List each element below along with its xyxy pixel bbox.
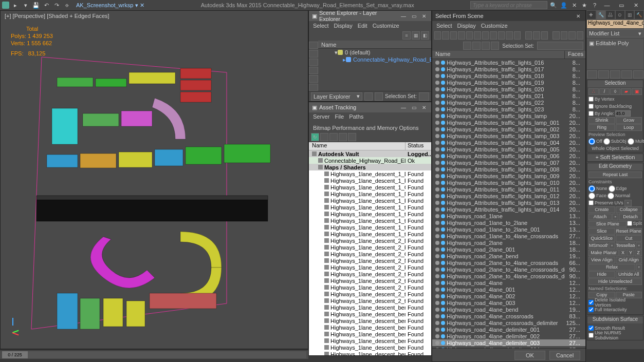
- asset-row[interactable]: Highways_1lane_descent_2_Glossines.pngFo…: [309, 251, 431, 257]
- col-name[interactable]: Name: [432, 51, 565, 59]
- scene-object-row[interactable]: Highways_Attributes_traffic_lights_lamp_…: [432, 119, 585, 126]
- sfs-icon[interactable]: [482, 42, 490, 50]
- scene-object-row[interactable]: Highways_Attributes_traffic_lights_lamp2…: [432, 112, 585, 119]
- scene-object-list[interactable]: Name Faces Highways_Attributes_traffic_l…: [432, 51, 585, 348]
- slice-plane-button[interactable]: Slice Plane: [588, 221, 627, 227]
- pin-stack-icon[interactable]: [587, 70, 597, 79]
- tab-display[interactable]: ▥: [625, 10, 635, 20]
- remove-modifier-icon[interactable]: [621, 70, 632, 79]
- slice-button[interactable]: Slice: [588, 228, 615, 235]
- rollout-soft-selection[interactable]: + Soft Selection: [587, 154, 643, 161]
- show-end-result-icon[interactable]: [598, 70, 609, 79]
- asset-row[interactable]: Highways_1lane_descent_bend_1_Reflection…: [309, 331, 431, 337]
- make-planar-button[interactable]: Make Planar: [588, 250, 619, 256]
- scene-object-row[interactable]: Highways_Attributes_traffic_lights_0198.…: [432, 79, 585, 86]
- asset-row[interactable]: Highways_1lane_descent_1_Reflection.pngF…: [309, 197, 431, 204]
- scene-object-row[interactable]: Highways_Attributes_traffic_lights_lamp_…: [432, 193, 585, 199]
- help-search-input[interactable]: [470, 1, 547, 9]
- grow-button[interactable]: Grow: [616, 117, 642, 124]
- panel-minimize-button[interactable]: —: [399, 104, 408, 111]
- layer-tree[interactable]: ▾ 0 (default) ▸ Connectable_Highway_Road…: [318, 49, 431, 91]
- scene-object-row[interactable]: Highways_Attributes_traffic_lights_0178.…: [432, 66, 585, 72]
- scene-object-row[interactable]: Highways_road_4lane_bend19...: [432, 306, 585, 313]
- workspace-dropdown[interactable]: AK_Screenshot_wrksp: [76, 2, 133, 8]
- rollout-edit-geometry[interactable]: Edit Geometry: [587, 163, 643, 170]
- sfs-icon[interactable]: [568, 31, 575, 40]
- help-icon[interactable]: ?: [591, 1, 599, 9]
- rollout-selection[interactable]: Selection: [587, 80, 643, 87]
- loop-button[interactable]: Loop: [616, 124, 642, 131]
- scene-object-row[interactable]: Highways_road_1lane_to_2lane13...: [432, 219, 585, 226]
- asset-row[interactable]: Autodesk VaultLogged...: [309, 150, 431, 157]
- sfs-icon[interactable]: [506, 31, 512, 40]
- at-refresh-icon[interactable]: ↻: [311, 133, 319, 141]
- configure-sets-icon[interactable]: [633, 70, 643, 79]
- by-vertex-checkbox[interactable]: [588, 97, 594, 102]
- attach-button[interactable]: Attach: [588, 214, 612, 220]
- rollout-subdivision[interactable]: Subdivision Surface: [587, 316, 643, 323]
- menu-file[interactable]: File: [335, 113, 344, 120]
- filter-geometry-icon[interactable]: [309, 42, 318, 49]
- menu-select[interactable]: Select: [313, 23, 329, 29]
- preserve-uvs-settings[interactable]: ▫: [624, 200, 632, 206]
- sfs-icon[interactable]: [482, 31, 489, 40]
- scene-object-row[interactable]: Highways_road_4lane_00212...: [432, 293, 585, 299]
- panel-maximize-button[interactable]: ▭: [410, 104, 418, 111]
- asset-row[interactable]: Highways_1lane_descent_2_tall_Normal.png…: [309, 291, 431, 297]
- ignore-backfacing-checkbox[interactable]: [588, 104, 594, 109]
- attach-list-button[interactable]: ▫: [612, 214, 618, 220]
- asset-row[interactable]: Highways_1lane_descent_bend_1_Diffuse.pn…: [309, 304, 431, 311]
- sfs-icon[interactable]: [553, 31, 559, 40]
- filter-spacewarps-icon[interactable]: [309, 84, 318, 91]
- menu-edit[interactable]: Edit: [358, 23, 367, 29]
- selection-set-dropdown[interactable]: [537, 42, 583, 50]
- menu-customize[interactable]: Customize: [373, 23, 399, 29]
- explorer-btn2-icon[interactable]: [375, 92, 383, 101]
- scene-object-row[interactable]: Highways_road_4lane_crossroads_delimiter…: [432, 319, 585, 326]
- toolbar-filter-icon[interactable]: ≡: [402, 31, 411, 40]
- view-align-button[interactable]: View Align: [588, 257, 615, 263]
- asset-row[interactable]: Highways_1lane_descent_bend_2_Diffuse.pn…: [309, 337, 431, 344]
- sfs-icon[interactable]: [463, 42, 471, 50]
- hide-selected-button[interactable]: Hide Selected: [588, 271, 615, 278]
- scene-object-row[interactable]: Highways_road_1lane_to_4lane_crossroads2…: [432, 233, 585, 239]
- modifier-stack[interactable]: ▣Editable Poly: [587, 39, 643, 69]
- tessellate-settings[interactable]: ▫: [636, 242, 642, 249]
- msmooth-settings[interactable]: ▫: [609, 242, 615, 249]
- panel-close-button[interactable]: ✕: [574, 12, 582, 20]
- subobj-edge-icon[interactable]: /: [599, 88, 610, 95]
- tab-utilities[interactable]: 🔨: [634, 10, 644, 20]
- sfs-icon[interactable]: [442, 31, 449, 40]
- asset-row[interactable]: Highways_1lane_descent_1_tall_Reflection…: [309, 231, 431, 237]
- filter-helpers-icon[interactable]: [309, 75, 318, 82]
- scene-object-row[interactable]: Highways_road_4lane_crossroads83...: [432, 313, 585, 319]
- menu-customize[interactable]: Customize: [481, 23, 508, 29]
- scene-object-row[interactable]: Highways_road_4lane_delimiter_00227...: [432, 333, 585, 339]
- sfs-icon[interactable]: [577, 31, 583, 40]
- sfs-icon[interactable]: [458, 31, 465, 40]
- ok-button[interactable]: OK: [514, 351, 545, 360]
- save-icon[interactable]: 💾: [32, 1, 40, 9]
- relax-button[interactable]: Relax: [588, 264, 635, 271]
- scene-object-row[interactable]: Highways_Attributes_traffic_lights_lamp_…: [432, 153, 585, 159]
- detach-button[interactable]: Detach: [619, 214, 642, 220]
- sfs-icon[interactable]: [434, 31, 441, 40]
- scene-object-row[interactable]: Highways_road_4lane_delimiter_00127...: [432, 326, 585, 333]
- scene-object-row[interactable]: Highways_road_4lane_delimiter_00327...: [432, 339, 585, 346]
- menu-display[interactable]: Display: [457, 23, 476, 29]
- sfs-icon[interactable]: [541, 31, 548, 40]
- scene-object-row[interactable]: Highways_Attributes_traffic_lights_lamp_…: [432, 199, 585, 206]
- tree-layer-root[interactable]: ▾ 0 (default): [318, 49, 431, 56]
- scene-object-row[interactable]: Highways_Attributes_traffic_lights_lamp_…: [432, 186, 585, 193]
- tab-create[interactable]: ✚: [586, 10, 596, 20]
- minimize-button[interactable]: —: [601, 1, 613, 9]
- sfs-icon[interactable]: [561, 31, 567, 40]
- stack-item[interactable]: ▣Editable Poly: [588, 40, 642, 47]
- scene-object-row[interactable]: Highways_road_2lane_to_4lane_crossroads6…: [432, 259, 585, 266]
- tree-header-name[interactable]: Name: [318, 41, 431, 49]
- scene-object-row[interactable]: Highways_Attributes_traffic_lights_lamp_…: [432, 126, 585, 132]
- asset-row[interactable]: Highways_1lane_descent_2_Fresnel.pngFoun…: [309, 244, 431, 251]
- timeline[interactable]: 0 / 225: [0, 350, 308, 359]
- ring-button[interactable]: Ring: [588, 124, 615, 131]
- panel-close-button[interactable]: ✕: [420, 12, 428, 20]
